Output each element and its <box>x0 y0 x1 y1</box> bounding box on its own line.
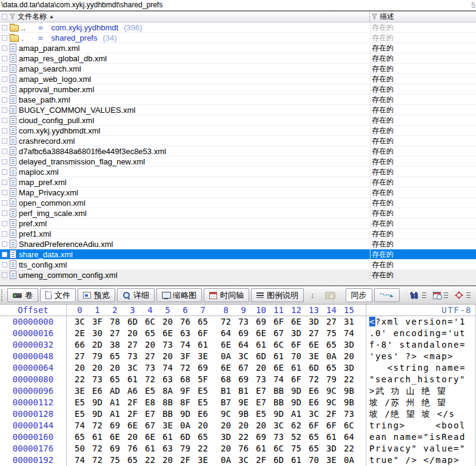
file-row[interactable]: pref1.xml 存在的 <box>0 229 476 239</box>
hex-byte[interactable]: 20 <box>252 420 270 431</box>
hex-byte[interactable]: 75 <box>323 328 340 339</box>
row-checkbox[interactable] <box>2 128 7 133</box>
hex-bytes[interactable]: E59DA12FE88B8FE5B79EE7BB9DE69C9B <box>67 397 366 408</box>
filter-icon[interactable] <box>9 13 16 20</box>
hex-byte[interactable]: 6C <box>270 443 287 454</box>
hex-byte[interactable]: 20 <box>124 328 141 339</box>
hex-byte[interactable]: 8F <box>176 397 194 408</box>
row-checkbox[interactable] <box>2 35 7 41</box>
jump-wavy-button[interactable] <box>374 288 400 302</box>
hex-byte[interactable]: 6F <box>194 328 212 339</box>
row-checkbox[interactable] <box>2 272 7 278</box>
hex-byte[interactable]: 64 <box>235 339 252 351</box>
hex-byte[interactable]: 22 <box>340 443 358 454</box>
hex-byte[interactable]: 31 <box>340 316 358 328</box>
column-header-description[interactable]: 描述 <box>370 12 476 22</box>
hex-row[interactable]: 00000128 E59DA12FE7BB9DE69C9BE59DA13C2F7… <box>0 408 476 420</box>
hex-byte[interactable]: 73 <box>252 374 270 385</box>
hex-byte[interactable]: E6 <box>89 385 106 397</box>
gallery-button-disabled[interactable] <box>323 288 338 302</box>
hex-byte[interactable]: E7 <box>141 408 159 420</box>
hex-byte[interactable]: 72 <box>141 374 159 385</box>
hex-byte[interactable]: 61 <box>89 431 106 443</box>
hex-byte[interactable]: 9D <box>89 408 106 420</box>
hex-byte[interactable]: 6E <box>217 362 235 374</box>
hex-byte[interactable]: 9B <box>235 408 252 420</box>
hex-byte[interactable]: 9E <box>235 397 252 408</box>
hex-byte[interactable]: 20 <box>159 351 176 362</box>
hex-byte[interactable]: 69 <box>235 328 252 339</box>
hex-row[interactable]: 00000192 7472756522202F3E0A3C2F6D61703E0… <box>0 454 476 466</box>
hex-byte[interactable]: 9B <box>340 385 358 397</box>
hex-byte[interactable]: 6E <box>217 339 235 351</box>
hex-byte[interactable]: 65 <box>323 339 340 351</box>
directory-row[interactable]: .. = com.xykj.yydhbmdt (396) 存在的 <box>0 22 476 33</box>
hex-byte[interactable]: 72 <box>176 362 194 374</box>
hex-byte[interactable]: 3D <box>305 316 323 328</box>
hex-row[interactable]: 00000096 3EE6ADA6E58A9FE5B1B1E7BB9DE69C9… <box>0 385 476 397</box>
hex-byte[interactable]: 65 <box>194 431 212 443</box>
hex-byte[interactable]: 2F <box>323 408 340 420</box>
tab-legend[interactable]: 图例说明 <box>251 288 304 302</box>
hex-byte[interactable]: 75 <box>106 454 124 466</box>
file-row[interactable]: map_pref.xml 存在的 <box>0 177 476 187</box>
row-checkbox[interactable] <box>2 87 7 92</box>
hex-bytes[interactable]: 662D3827207374616E64616C6F6E653D <box>67 339 366 351</box>
hex-byte[interactable]: E5 <box>141 385 159 397</box>
hex-byte[interactable]: 73 <box>141 362 159 374</box>
hex-byte[interactable]: 50 <box>71 443 89 454</box>
hex-byte[interactable]: 72 <box>217 316 235 328</box>
hex-byte[interactable]: 6F <box>270 316 287 328</box>
hex-byte[interactable]: 8B <box>159 397 176 408</box>
hex-byte[interactable]: 6C <box>141 316 159 328</box>
file-row[interactable]: tts_config.xml 存在的 <box>0 260 476 270</box>
filter-icon[interactable] <box>371 13 378 20</box>
hex-byte[interactable]: 79 <box>176 443 194 454</box>
hex-byte[interactable]: 74 <box>71 420 89 431</box>
hex-byte[interactable]: 69 <box>235 374 252 385</box>
hex-byte[interactable]: 72 <box>89 454 106 466</box>
hex-byte[interactable]: 63 <box>159 374 176 385</box>
hex-byte[interactable]: 74 <box>340 328 358 339</box>
hex-byte[interactable]: 6E <box>252 328 270 339</box>
hex-byte[interactable]: 20 <box>71 362 89 374</box>
hex-byte[interactable]: 65 <box>305 431 323 443</box>
hex-byte[interactable]: 6E <box>270 362 287 374</box>
hex-byte[interactable]: E5 <box>71 408 89 420</box>
file-row[interactable]: com.xykj.yydhbmdt.xml 存在的 <box>0 126 476 136</box>
expand-rows-button[interactable]: ↕ <box>308 288 317 302</box>
file-row[interactable]: amap_search.xml 存在的 <box>0 64 476 74</box>
hex-byte[interactable]: 20 <box>159 316 176 328</box>
tab-file[interactable]: 文件 <box>40 288 76 302</box>
hex-bytes[interactable]: 227365617263685F686973746F727922 <box>67 374 366 385</box>
hex-byte[interactable]: 27 <box>71 351 89 362</box>
hex-byte[interactable]: E5 <box>194 385 212 397</box>
hex-byte[interactable]: 27 <box>124 339 141 351</box>
hex-byte[interactable]: 73 <box>89 374 106 385</box>
hex-byte[interactable]: E5 <box>252 408 270 420</box>
select-all-checkbox[interactable] <box>2 14 7 19</box>
hex-byte[interactable]: 61 <box>141 443 159 454</box>
hex-byte[interactable]: 3C <box>270 420 287 431</box>
hex-byte[interactable]: 3F <box>176 351 194 362</box>
hex-byte[interactable]: 9C <box>217 408 235 420</box>
row-checkbox[interactable] <box>2 211 7 216</box>
hex-byte[interactable]: 65 <box>141 328 159 339</box>
hex-byte[interactable]: 3D <box>340 362 358 374</box>
file-row[interactable]: SharedPreferenceAdiu.xml 存在的 <box>0 239 476 249</box>
decoded-text[interactable]: .0' encoding='ut <box>366 328 476 339</box>
hex-byte[interactable]: 9F <box>176 385 194 397</box>
hex-byte[interactable]: 61 <box>124 374 141 385</box>
hex-byte[interactable]: 69 <box>252 431 270 443</box>
hex-byte[interactable]: 20 <box>340 351 358 362</box>
row-checkbox[interactable] <box>2 252 7 257</box>
hex-byte[interactable]: 63 <box>159 443 176 454</box>
hex-byte[interactable]: 74 <box>176 339 194 351</box>
toolbar-grip[interactable] <box>1 289 4 302</box>
decoded-text[interactable]: true" /> </map> <box>366 454 476 466</box>
hex-bytes[interactable]: 2020203C737472696E67206E616D653D <box>67 362 366 374</box>
hex-byte[interactable]: 9B <box>340 397 358 408</box>
hex-byte[interactable]: 3C <box>235 351 252 362</box>
hex-byte[interactable]: 6F <box>287 374 305 385</box>
hex-byte[interactable]: 78 <box>106 316 124 328</box>
